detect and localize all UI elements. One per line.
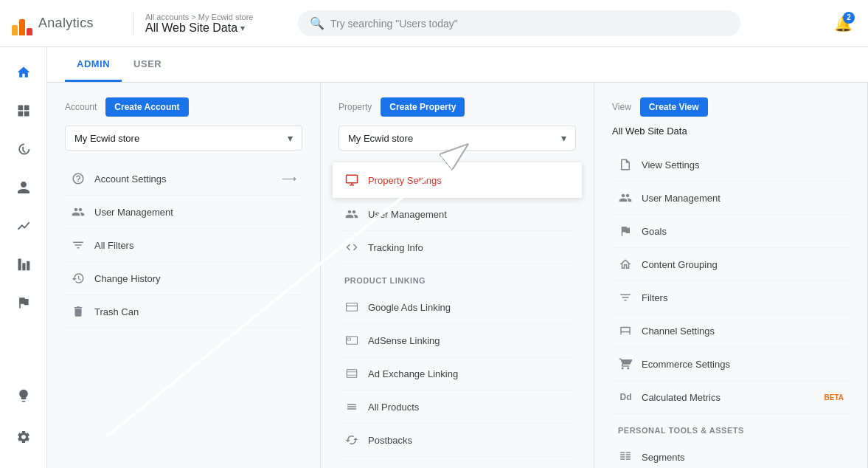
audience-definitions-item[interactable]: Audience Definitions [338,457,576,468]
account-dropdown[interactable]: My Ecwid store ▾ [65,125,302,151]
home-icon [16,65,31,80]
ad-exchange-linking-item[interactable]: Ad Exchange Linking [338,357,576,390]
view-col-header: View Create View [612,97,850,117]
property-col-label: Property [338,102,372,112]
all-products-icon [344,399,359,414]
account-dropdown-arrow: ▾ [240,23,245,33]
view-col-label: View [612,102,631,112]
notifications-button[interactable]: 🔔 2 [830,10,856,37]
trash-can-item[interactable]: Trash Can [65,295,302,328]
property-user-management-item[interactable]: User Management [338,198,576,231]
sidebar-item-acquisition[interactable] [6,208,41,244]
channel-settings-label: Channel Settings [642,326,844,337]
all-products-label: All Products [368,402,570,413]
view-user-management-label: User Management [642,193,844,204]
account-selector[interactable]: All accounts > My Ecwid store All Web Si… [133,13,280,35]
clock-icon [16,142,31,156]
account-col-header: Account Create Account [65,97,302,117]
property-user-management-label: User Management [368,209,570,220]
account-settings-icon [71,171,86,186]
personal-tools-label: PERSONAL TOOLS & ASSETS [612,414,850,441]
content-grouping-icon [618,257,633,272]
adsense-icon [344,333,359,348]
property-dropdown[interactable]: My Ecwid store ▾ [338,125,576,151]
tab-admin[interactable]: ADMIN [65,48,122,82]
flag-icon [16,295,31,310]
view-user-management-item[interactable]: User Management [612,182,850,215]
view-settings-label: View Settings [642,159,844,171]
svg-rect-6 [347,303,358,312]
sidebar-item-dashboard[interactable] [6,93,41,128]
content-grouping-label: Content Grouping [642,259,844,270]
trash-can-label: Trash Can [94,306,296,317]
ad-exchange-icon [344,366,359,381]
create-account-button[interactable]: Create Account [105,97,188,117]
create-view-button[interactable]: Create View [640,97,708,117]
postbacks-icon [344,433,359,447]
goals-icon [618,224,633,238]
create-property-button[interactable]: Create Property [381,97,465,117]
account-dropdown-chevron: ▾ [288,132,293,144]
segments-item[interactable]: Segments [612,441,850,468]
tab-bar: ADMIN USER [47,47,868,83]
search-placeholder: Try searching "Users today" [330,18,458,30]
change-history-label: Change History [94,273,296,284]
adsense-linking-item[interactable]: AdSense Linking [338,324,576,357]
account-settings-label: Account Settings [94,173,273,185]
filters-label: Filters [642,292,844,303]
search-bar[interactable]: 🔍 Try searching "Users today" [298,10,740,36]
channel-settings-item[interactable]: Channel Settings [612,314,850,348]
sidebar-item-admin[interactable] [6,419,41,455]
view-settings-item[interactable]: View Settings [612,148,850,182]
analytics-logo [12,12,32,35]
acquisition-icon [16,218,31,233]
svg-rect-2 [27,261,29,271]
main-content: ADMIN USER Account Create Account My Ecw… [47,47,868,468]
search-icon: 🔍 [310,16,324,30]
tab-user[interactable]: USER [122,48,173,82]
property-column: Property Create Property My Ecwid store … [321,83,594,468]
segments-icon [618,450,633,464]
account-user-management-item[interactable]: User Management [65,196,302,229]
tracking-info-item[interactable]: Tracking Info [338,231,576,264]
topbar: Analytics All accounts > My Ecwid store … [0,0,868,47]
all-products-item[interactable]: All Products [338,390,576,424]
beta-badge: BETA [824,393,844,402]
view-settings-icon [618,157,633,172]
property-settings-item[interactable]: Property Settings [333,162,582,198]
change-history-item[interactable]: Change History [65,262,302,295]
account-col-label: Account [65,102,97,112]
svg-rect-3 [347,175,358,183]
topbar-right: 🔔 2 [830,10,856,37]
google-ads-linking-item[interactable]: Google Ads Linking [338,291,576,324]
content-grouping-item[interactable]: Content Grouping [612,248,850,281]
ecommerce-settings-item[interactable]: Ecommerce Settings [612,348,850,381]
account-settings-arrow: ⟶ [282,173,296,185]
calculated-metrics-label: Calculated Metrics [642,392,813,403]
calculated-metrics-item[interactable]: Dd Calculated Metrics BETA [612,381,850,414]
sidebar-item-home[interactable] [6,55,41,90]
filters-item[interactable]: Filters [612,281,850,314]
adsense-linking-label: AdSense Linking [368,335,570,346]
svg-rect-1 [22,263,25,270]
account-name: All Web Site Data [145,21,237,35]
account-settings-item[interactable]: Account Settings ⟶ [65,162,302,196]
svg-rect-9 [347,338,351,340]
channel-settings-icon [618,323,633,338]
tracking-icon [344,240,359,255]
sidebar-item-behavior[interactable] [6,247,41,282]
all-filters-item[interactable]: All Filters [65,229,302,262]
property-dropdown-value: My Ecwid store [348,133,413,144]
sidebar-item-conversions[interactable] [6,285,41,320]
account-dropdown-value: My Ecwid store [74,133,139,144]
ecommerce-icon [618,357,633,371]
sidebar-item-discover[interactable] [6,378,41,413]
sidebar-item-audience[interactable] [6,170,41,205]
sidebar-item-reports[interactable] [6,131,41,167]
view-name: All Web Site Data [612,125,850,137]
goals-item[interactable]: Goals [612,215,850,248]
account-name-row[interactable]: All Web Site Data ▾ [145,21,280,35]
postbacks-item[interactable]: Postbacks [338,424,576,457]
filters-icon [71,238,86,252]
sidebar [0,47,47,468]
